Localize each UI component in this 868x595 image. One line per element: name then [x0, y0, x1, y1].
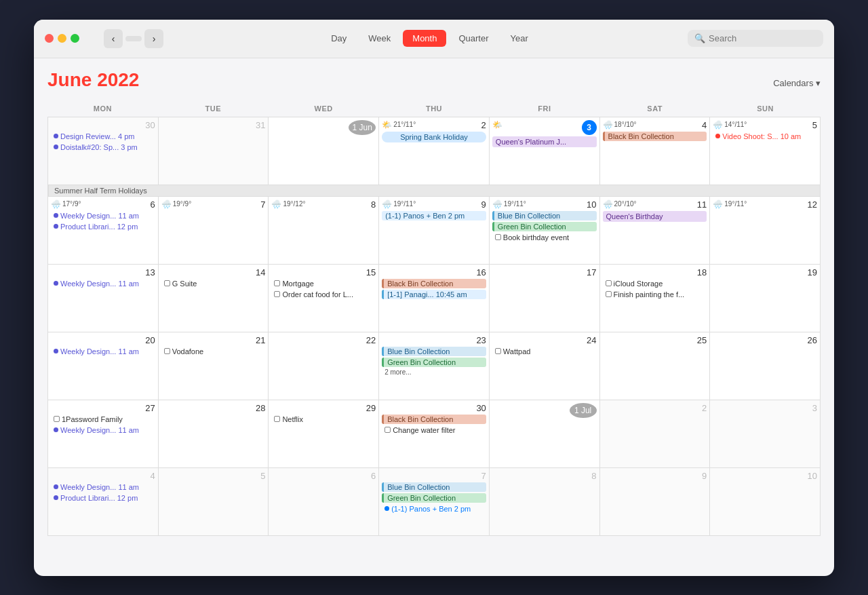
calendar-event[interactable]: Green Bin Collection — [382, 493, 486, 503]
cell-date: 10 — [587, 199, 596, 210]
calendar-event[interactable]: Spring Bank Holiday — [382, 132, 486, 142]
calendar-event[interactable]: Queen's Birthday — [603, 211, 707, 222]
calendar-cell[interactable]: 23Blue Bin CollectionGreen Bin Collectio… — [379, 332, 490, 400]
maximize-button[interactable] — [71, 34, 79, 43]
today-button[interactable] — [125, 36, 142, 41]
minimize-button[interactable] — [58, 34, 66, 43]
close-button[interactable] — [45, 34, 54, 43]
calendar-event[interactable]: Black Bin Collection — [603, 132, 707, 141]
calendar-event[interactable]: Product Librari... 12 pm — [51, 493, 155, 503]
calendar-cell[interactable]: 19 — [710, 265, 821, 332]
calendar-event[interactable]: Weekly Design... 11 am — [51, 482, 155, 492]
calendar-cell[interactable]: 30Black Bin CollectionChange water filte… — [379, 400, 490, 468]
calendar-event[interactable]: Change water filter — [382, 425, 486, 435]
calendar-event[interactable]: Green Bin Collection — [492, 222, 597, 231]
calendar-cell[interactable]: 🌧️19°/11°10Blue Bin CollectionGreen Bin … — [490, 197, 600, 265]
calendar-cell[interactable]: 9 — [600, 468, 711, 536]
prev-button[interactable]: ‹ — [104, 29, 123, 48]
calendar-cell[interactable]: 20Weekly Design... 11 am — [48, 332, 159, 400]
calendar-cell[interactable]: 14G Suite — [159, 265, 269, 332]
calendar-cell[interactable]: 🌧️20°/10°11Queen's Birthday — [600, 197, 711, 265]
calendar-cell[interactable]: 3 — [710, 400, 821, 468]
calendar-event[interactable]: Product Librari... 12 pm — [51, 222, 155, 231]
calendar-event[interactable]: [1-1] Panagi... 10:45 am — [382, 290, 486, 299]
tab-week[interactable]: Week — [359, 30, 400, 47]
calendar-event[interactable]: Blue Bin Collection — [382, 482, 486, 492]
calendar-cell[interactable]: 7Blue Bin CollectionGreen Bin Collection… — [379, 468, 490, 536]
calendar-event[interactable]: Netflix — [271, 415, 376, 424]
calendar-cell[interactable]: 🌧️19°/12°8 — [269, 197, 379, 265]
nav-group: ‹ › — [104, 29, 163, 48]
calendar-event[interactable]: Design Review... 4 pm — [51, 132, 155, 141]
calendar-cell[interactable]: 🌧️19°/11°9(1-1) Panos + Ben 2 pm — [379, 197, 490, 265]
cell-date: 31 — [256, 120, 265, 130]
calendar-cell[interactable]: 30Design Review... 4 pmDoistalk#20: Sp..… — [48, 117, 159, 185]
calendar-cell[interactable]: 28 — [159, 400, 269, 468]
calendar-cell[interactable]: 🌧️18°/10°4Black Bin Collection — [600, 117, 711, 185]
calendar-cell[interactable]: 10 — [710, 468, 821, 536]
calendar-event[interactable]: Video Shoot: S... 10 am — [713, 132, 817, 141]
calendar-cell[interactable]: 271Password FamilyWeekly Design... 11 am — [48, 400, 159, 468]
cell-date: 2 — [481, 120, 486, 130]
calendar-event[interactable]: 1Password Family — [51, 415, 155, 424]
tab-year[interactable]: Year — [501, 30, 538, 47]
calendar-cell[interactable]: 31 — [159, 117, 269, 185]
calendar-event[interactable]: Blue Bin Collection — [492, 211, 597, 220]
calendar-event[interactable]: (1-1) Panos + Ben 2 pm — [382, 211, 486, 220]
calendar-event[interactable]: Weekly Design... 11 am — [51, 347, 155, 356]
calendars-button[interactable]: Calendars ▾ — [773, 78, 821, 88]
calendar-event[interactable]: Mortgage — [271, 279, 376, 288]
calendar-body: June 2022 Calendars ▾ MON TUE WED THU FR… — [34, 58, 834, 547]
calendar-event[interactable]: Green Bin Collection — [382, 358, 486, 367]
calendar-event[interactable]: 2 more... — [382, 368, 486, 376]
calendar-cell[interactable]: 4Weekly Design... 11 amProduct Librari..… — [48, 468, 159, 536]
calendar-cell[interactable]: 1 Jun — [269, 117, 379, 185]
calendar-event[interactable]: Finish painting the f... — [603, 290, 707, 299]
calendar-cell[interactable]: 16Black Bin Collection[1-1] Panagi... 10… — [379, 265, 490, 332]
calendar-cell[interactable]: 15MortgageOrder cat food for L... — [269, 265, 379, 332]
calendar-cell[interactable]: 13Weekly Design... 11 am — [48, 265, 159, 332]
calendar-event[interactable]: Vodafone — [161, 347, 266, 356]
tab-day[interactable]: Day — [321, 30, 356, 47]
calendar-cell[interactable]: 25 — [600, 332, 711, 400]
calendar-event[interactable]: (1-1) Panos + Ben 2 pm — [382, 504, 486, 514]
calendar-cell[interactable]: 18iCloud StorageFinish painting the f... — [600, 265, 711, 332]
calendar-cell[interactable]: 1 Jul — [490, 400, 600, 468]
tab-month[interactable]: Month — [403, 30, 446, 47]
calendar-cell[interactable]: 24Wattpad — [490, 332, 600, 400]
view-tabs: Day Week Month Quarter Year — [321, 30, 538, 47]
calendar-cell[interactable]: 8 — [490, 468, 600, 536]
calendar-cell[interactable]: 🌧️19°/11°12 — [710, 197, 821, 265]
next-button[interactable]: › — [144, 29, 163, 48]
calendar-event[interactable]: iCloud Storage — [603, 279, 707, 288]
calendar-cell[interactable]: 🌧️14°/11°5Video Shoot: S... 10 am — [710, 117, 821, 185]
calendar-cell[interactable]: 🌧️19°/9°7 — [159, 197, 269, 265]
calendar-cell[interactable]: 5 — [159, 468, 269, 536]
calendar-cell[interactable]: 26 — [710, 332, 821, 400]
calendar-event[interactable]: Order cat food for L... — [271, 290, 376, 299]
calendar-cell[interactable]: 22 — [269, 332, 379, 400]
calendar-event[interactable]: Blue Bin Collection — [382, 347, 486, 356]
calendar-event[interactable]: Black Bin Collection — [382, 415, 486, 424]
day-header-mon: MON — [47, 102, 158, 115]
calendar-event[interactable]: Weekly Design... 11 am — [51, 211, 155, 220]
calendar-event[interactable]: Black Bin Collection — [382, 279, 486, 288]
calendar-event[interactable]: Weekly Design... 11 am — [51, 425, 155, 435]
calendar-cell[interactable]: 🌤️3Queen's Platinum J... — [490, 117, 600, 185]
calendar-event[interactable]: Queen's Platinum J... — [492, 136, 597, 147]
calendar-event[interactable]: G Suite — [161, 279, 266, 288]
calendar-event[interactable]: Doistalk#20: Sp... 3 pm — [51, 142, 155, 152]
calendar-cell[interactable]: 29Netflix — [269, 400, 379, 468]
calendar-cell[interactable]: 🌤️21°/11°2Spring Bank Holiday — [379, 117, 490, 185]
calendar-cell[interactable]: 🌧️17°/9°6Weekly Design... 11 amProduct L… — [48, 197, 159, 265]
calendar-cell[interactable]: 17 — [490, 265, 600, 332]
calendar-cell[interactable]: 6 — [269, 468, 379, 536]
calendar-cell[interactable]: 2 — [600, 400, 711, 468]
tab-quarter[interactable]: Quarter — [449, 30, 498, 47]
search-input[interactable] — [709, 33, 816, 43]
calendar-event[interactable]: Wattpad — [492, 347, 597, 356]
calendar-cell[interactable]: 21Vodafone — [159, 332, 269, 400]
calendar-event[interactable]: Weekly Design... 11 am — [51, 279, 155, 288]
cell-date: 7 — [260, 199, 265, 210]
calendar-event[interactable]: Book birthday event — [492, 233, 597, 242]
